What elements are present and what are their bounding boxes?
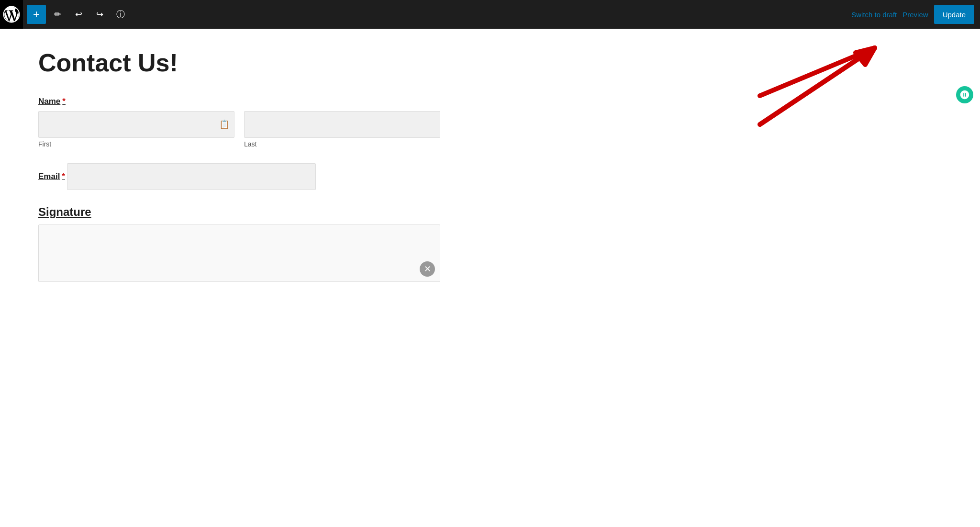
signature-clear-button[interactable]: ✕ (420, 261, 435, 277)
svg-line-1 (760, 48, 875, 124)
email-label: Email * (38, 172, 65, 181)
first-name-wrap: 📋 First (38, 111, 234, 148)
signature-field: Signature ✕ (38, 205, 440, 282)
info-icon: ⓘ (116, 9, 125, 20)
redo-icon: ↪ (96, 9, 103, 20)
last-name-wrap: Last (244, 111, 440, 148)
toolbar-left: + ✏ ↩ ↪ ⓘ (27, 5, 851, 24)
undo-icon: ↩ (75, 9, 82, 20)
first-name-input-wrap: 📋 (38, 111, 234, 138)
switch-to-draft-link[interactable]: Switch to draft (851, 11, 897, 19)
name-label: Name * (38, 97, 66, 106)
svg-line-2 (760, 48, 875, 96)
edit-button[interactable]: ✏ (48, 5, 67, 24)
name-required-star: * (62, 97, 66, 106)
grammarly-badge[interactable] (956, 86, 973, 103)
svg-marker-3 (856, 48, 875, 65)
main-content: Contact Us! Name * 📋 First Last Email * (0, 29, 479, 316)
toolbar-right: Switch to draft Preview Update (851, 5, 974, 24)
email-required-star: * (62, 172, 65, 181)
plus-icon: + (33, 9, 40, 20)
email-field: Email * (38, 163, 440, 190)
toolbar: + ✏ ↩ ↪ ⓘ Switch to draft Preview Update (0, 0, 980, 29)
address-book-icon: 📋 (219, 119, 230, 130)
last-name-label: Last (244, 140, 440, 148)
signature-label: Signature (38, 205, 440, 219)
close-icon: ✕ (424, 264, 431, 274)
undo-button[interactable]: ↩ (69, 5, 88, 24)
preview-link[interactable]: Preview (902, 11, 928, 19)
last-name-input[interactable] (244, 111, 440, 138)
redo-button[interactable]: ↪ (90, 5, 109, 24)
first-name-label: First (38, 140, 234, 148)
page-title: Contact Us! (38, 48, 440, 78)
name-row: 📋 First Last (38, 111, 440, 148)
pencil-icon: ✏ (54, 9, 61, 20)
annotation-arrow (750, 38, 884, 136)
add-block-button[interactable]: + (27, 5, 46, 24)
name-field: Name * 📋 First Last (38, 97, 440, 148)
info-button[interactable]: ⓘ (111, 5, 130, 24)
first-name-input[interactable] (38, 111, 234, 138)
email-input[interactable] (67, 163, 316, 190)
wordpress-logo[interactable] (0, 0, 23, 29)
update-button[interactable]: Update (934, 5, 974, 24)
signature-box[interactable]: ✕ (38, 224, 440, 282)
